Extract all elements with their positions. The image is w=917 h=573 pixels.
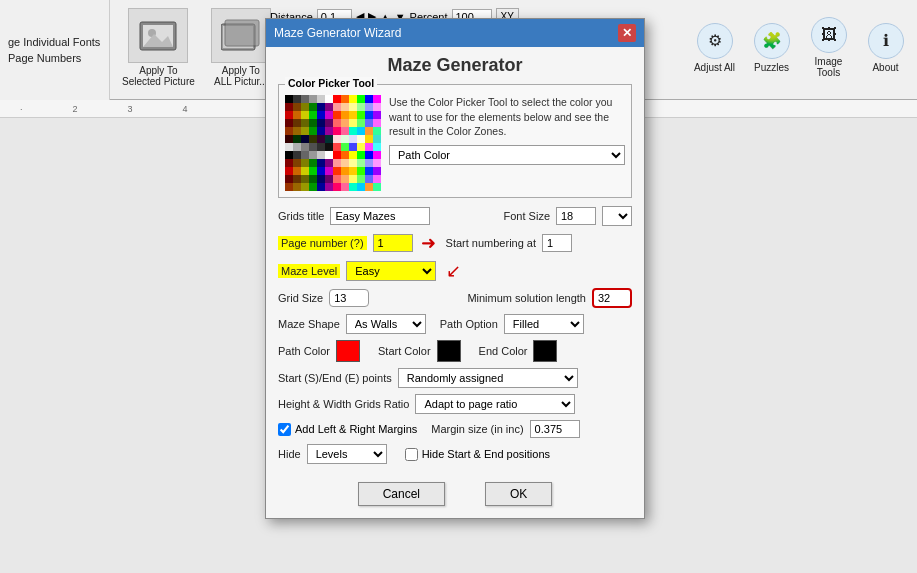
- margin-size-input[interactable]: [530, 420, 580, 438]
- end-color-box[interactable]: [533, 340, 557, 362]
- start-end-label: Start (S)/End (E) points: [278, 372, 392, 384]
- color-picker-desc: Use the Color Picker Tool to select the …: [389, 95, 625, 139]
- maze-shape-row: Maze Shape As Walls As Paths Path Option…: [278, 314, 632, 334]
- start-end-row: Start (S)/End (E) points Randomly assign…: [278, 368, 632, 388]
- dialog-title-bar: Maze Generator Wizard ✕: [266, 19, 644, 47]
- dialog-body: Maze Generator Color Picker Tool Use the…: [266, 47, 644, 518]
- add-margins-label[interactable]: Add Left & Right Margins: [278, 423, 417, 436]
- dialog-backdrop: Maze Generator Wizard ✕ Maze Generator C…: [0, 0, 917, 573]
- color-grid[interactable]: [285, 95, 381, 191]
- maze-generator-dialog: Maze Generator Wizard ✕ Maze Generator C…: [265, 18, 645, 519]
- color-row: Path Color Start Color End Color: [278, 340, 632, 362]
- maze-shape-label: Maze Shape: [278, 318, 340, 330]
- end-color-label: End Color: [479, 345, 528, 357]
- start-color-label: Start Color: [378, 345, 431, 357]
- ratio-label: Height & Width Grids Ratio: [278, 398, 409, 410]
- hide-start-end-label[interactable]: Hide Start & End positions: [405, 448, 550, 461]
- dialog-title: Maze Generator Wizard: [274, 26, 401, 40]
- font-size-input[interactable]: [556, 207, 596, 225]
- arrow-annotation-1: ➜: [421, 232, 436, 254]
- start-numbering-label: Start numbering at: [446, 237, 537, 249]
- maze-shape-select[interactable]: As Walls As Paths: [346, 314, 426, 334]
- grids-title-input[interactable]: [330, 207, 430, 225]
- grid-size-label: Grid Size: [278, 292, 323, 304]
- dialog-close-button[interactable]: ✕: [618, 24, 636, 42]
- grids-title-row: Grids title Font Size ▼: [278, 206, 632, 226]
- start-color-box[interactable]: [437, 340, 461, 362]
- path-option-select[interactable]: Filled Outline: [504, 314, 584, 334]
- grids-title-label: Grids title: [278, 210, 324, 222]
- cancel-button[interactable]: Cancel: [358, 482, 445, 506]
- path-option-label: Path Option: [440, 318, 498, 330]
- add-margins-checkbox[interactable]: [278, 423, 291, 436]
- color-picker-dropdown[interactable]: Path Color Start Color End Color: [389, 145, 625, 165]
- hide-label: Hide: [278, 448, 301, 460]
- hide-start-end-text: Hide Start & End positions: [422, 448, 550, 460]
- page-number-label: Page number (?): [278, 236, 367, 250]
- grid-size-input[interactable]: [329, 289, 369, 307]
- color-picker-section-label: Color Picker Tool: [285, 77, 377, 89]
- maze-level-label: Maze Level: [278, 264, 340, 278]
- font-size-select[interactable]: ▼: [602, 206, 632, 226]
- ratio-row: Height & Width Grids Ratio Adapt to page…: [278, 394, 632, 414]
- margin-size-label: Margin size (in inc): [431, 423, 523, 435]
- arrow-annotation-2: ↙: [446, 260, 461, 282]
- grid-size-row: Grid Size Minimum solution length: [278, 288, 632, 308]
- font-size-label: Font Size: [504, 210, 550, 222]
- start-end-select[interactable]: Randomly assigned Fixed positions: [398, 368, 578, 388]
- ok-button[interactable]: OK: [485, 482, 552, 506]
- path-color-label: Path Color: [278, 345, 330, 357]
- page-number-input[interactable]: [373, 234, 413, 252]
- start-numbering-input[interactable]: [542, 234, 572, 252]
- min-solution-label: Minimum solution length: [467, 292, 586, 304]
- hide-row: Hide Levels None All Hide Start & End po…: [278, 444, 632, 464]
- color-picker-section: Color Picker Tool Use the Color Picker T…: [278, 84, 632, 198]
- hide-select[interactable]: Levels None All: [307, 444, 387, 464]
- ratio-select[interactable]: Adapt to page ratio Square Custom: [415, 394, 575, 414]
- dialog-heading: Maze Generator: [278, 55, 632, 76]
- path-color-box[interactable]: [336, 340, 360, 362]
- page-number-row: Page number (?) ➜ Start numbering at: [278, 232, 632, 254]
- button-row: Cancel OK: [278, 474, 632, 506]
- margins-row: Add Left & Right Margins Margin size (in…: [278, 420, 632, 438]
- maze-level-row: Maze Level Easy Medium Hard ↙: [278, 260, 632, 282]
- maze-level-select[interactable]: Easy Medium Hard: [346, 261, 436, 281]
- min-solution-input[interactable]: [592, 288, 632, 308]
- hide-start-end-checkbox[interactable]: [405, 448, 418, 461]
- add-margins-text: Add Left & Right Margins: [295, 423, 417, 435]
